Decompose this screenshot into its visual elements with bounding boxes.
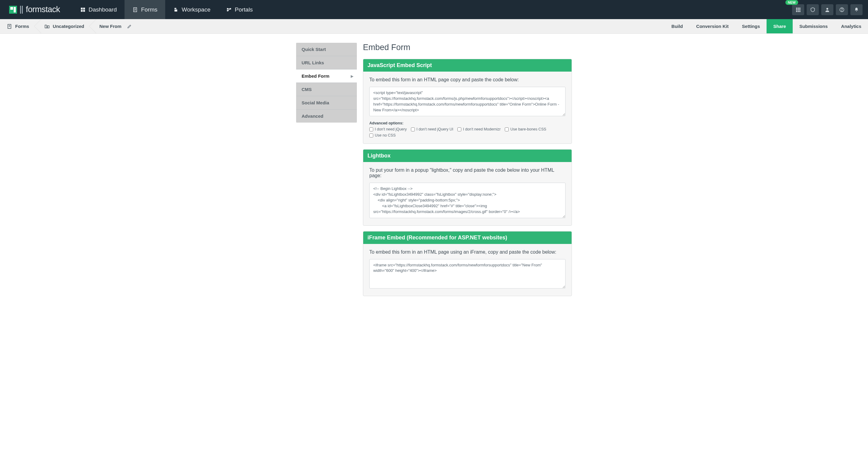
checkbox[interactable] — [369, 127, 373, 131]
main-wrap: Quick Start URL Links Embed Form CMS Soc… — [0, 34, 868, 314]
form-tabs: Build Conversion Kit Settings Share Subm… — [665, 19, 868, 33]
new-badge: NEW — [785, 0, 798, 5]
checkbox[interactable] — [369, 133, 373, 137]
opt-no-jquery[interactable]: I don't need jQuery — [369, 127, 407, 131]
notifications-button[interactable] — [850, 4, 863, 15]
main-nav: Dashboard Forms Workspace Portals — [72, 0, 261, 19]
nav-label: Workspace — [182, 6, 211, 13]
checkbox[interactable] — [411, 127, 415, 131]
svg-rect-8 — [227, 8, 228, 9]
nav-label: Forms — [141, 6, 157, 13]
form-icon — [132, 7, 138, 12]
svg-point-22 — [827, 8, 828, 10]
advanced-options: I don't need jQuery I don't need jQuery … — [369, 127, 565, 137]
crumb-label: Forms — [15, 24, 29, 29]
panel-lead: To put your form in a popup "lightbox," … — [369, 167, 565, 178]
svg-rect-3 — [83, 10, 85, 11]
panel-title: Lightbox — [363, 150, 571, 162]
opt-no-jquery-ui[interactable]: I don't need jQuery UI — [411, 127, 453, 131]
svg-rect-10 — [229, 8, 231, 9]
svg-line-12 — [228, 9, 230, 11]
second-bar: Forms ? Uncategorized New From Build Con… — [0, 19, 868, 34]
checkbox[interactable] — [457, 127, 461, 131]
tab-conversion-kit[interactable]: Conversion Kit — [689, 19, 735, 33]
svg-rect-1 — [83, 8, 85, 9]
sidebar-item-embed-form[interactable]: Embed Form — [296, 69, 357, 82]
crumb-current[interactable]: New From — [93, 19, 140, 33]
portals-icon — [226, 7, 232, 12]
svg-rect-21 — [799, 11, 801, 12]
logo[interactable]: formstack — [9, 5, 60, 14]
nav-label: Dashboard — [89, 6, 117, 13]
brand-name: formstack — [26, 5, 60, 14]
sidebar-item-advanced[interactable]: Advanced — [296, 109, 357, 123]
nav-workspace[interactable]: Workspace — [165, 0, 218, 19]
lightbox-embed-code[interactable] — [369, 183, 565, 218]
svg-rect-18 — [799, 9, 801, 10]
panel-lead: To embed this form in an HTML page copy … — [369, 77, 565, 82]
share-sidebar: Quick Start URL Links Embed Form CMS Soc… — [296, 43, 357, 302]
workspace-icon — [173, 7, 179, 12]
iframe-embed-code[interactable] — [369, 259, 565, 289]
crumb-forms[interactable]: Forms — [0, 19, 38, 33]
grid-icon — [796, 7, 801, 12]
pencil-icon[interactable] — [127, 24, 132, 29]
logo-bars-icon — [20, 6, 23, 14]
topbar-right: NEW — [792, 4, 863, 15]
tab-share[interactable]: Share — [767, 19, 793, 33]
sidebar-item-quick-start[interactable]: Quick Start — [296, 43, 357, 56]
svg-rect-15 — [799, 8, 801, 9]
sidebar-item-url-links[interactable]: URL Links — [296, 56, 357, 69]
svg-rect-14 — [798, 8, 799, 9]
panel-lightbox: Lightbox To put your form in a popup "li… — [363, 149, 572, 225]
crumb-label: Uncategorized — [53, 24, 84, 29]
opt-no-modernizr[interactable]: I don't need Modernizr — [457, 127, 500, 131]
svg-rect-19 — [796, 11, 797, 12]
js-embed-code[interactable] — [369, 87, 565, 116]
svg-rect-20 — [798, 11, 799, 12]
tab-analytics[interactable]: Analytics — [834, 19, 868, 33]
nav-forms[interactable]: Forms — [125, 0, 165, 19]
user-button[interactable] — [821, 4, 833, 15]
help-button[interactable] — [836, 4, 848, 15]
tab-submissions[interactable]: Submissions — [793, 19, 834, 33]
svg-rect-2 — [81, 10, 83, 11]
tab-build[interactable]: Build — [665, 19, 690, 33]
nav-dashboard[interactable]: Dashboard — [72, 0, 125, 19]
dashboard-icon — [80, 7, 86, 12]
page-title: Embed Form — [363, 43, 572, 52]
panel-js-embed: JavaScript Embed Script To embed this fo… — [363, 59, 572, 144]
checkbox[interactable] — [505, 127, 509, 131]
help-icon — [839, 7, 845, 12]
tab-settings[interactable]: Settings — [735, 19, 767, 33]
panel-iframe: iFrame Embed (Recommended for ASP.NET we… — [363, 231, 572, 296]
svg-text:?: ? — [46, 26, 48, 28]
sidebar-item-cms[interactable]: CMS — [296, 82, 357, 96]
advanced-options-label: Advanced options: — [369, 121, 565, 125]
bell-icon — [854, 7, 859, 12]
user-icon — [825, 7, 830, 12]
svg-rect-17 — [798, 9, 799, 10]
shield-button[interactable] — [807, 4, 819, 15]
sidebar-item-social-media[interactable]: Social Media — [296, 96, 357, 109]
panel-lead: To embed this form in an HTML page using… — [369, 250, 565, 255]
content: Embed Form JavaScript Embed Script To em… — [363, 43, 572, 302]
svg-rect-9 — [227, 10, 228, 11]
crumb-folder[interactable]: ? Uncategorized — [38, 19, 93, 33]
logo-mark-icon — [9, 6, 17, 14]
svg-rect-13 — [796, 8, 797, 9]
breadcrumb: Forms ? Uncategorized New From — [0, 19, 140, 33]
apps-button[interactable] — [792, 4, 804, 15]
form-icon — [7, 24, 12, 29]
nav-portals[interactable]: Portals — [218, 0, 260, 19]
nav-label: Portals — [235, 6, 253, 13]
opt-barebones-css[interactable]: Use bare-bones CSS — [505, 127, 546, 131]
opt-no-css[interactable]: Use no CSS — [369, 133, 396, 137]
top-bar: formstack Dashboard Forms Workspace Port… — [0, 0, 868, 19]
svg-point-24 — [842, 11, 842, 11]
svg-rect-0 — [81, 8, 83, 9]
folder-icon: ? — [44, 24, 50, 29]
svg-rect-16 — [796, 9, 797, 10]
panel-title: iFrame Embed (Recommended for ASP.NET we… — [363, 232, 571, 244]
crumb-label: New From — [99, 24, 122, 29]
